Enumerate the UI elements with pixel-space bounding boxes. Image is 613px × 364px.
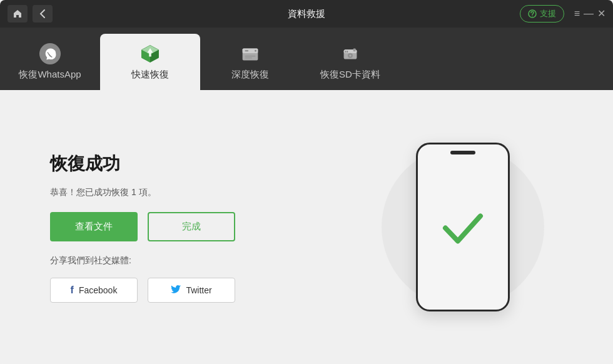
svg-point-11 xyxy=(255,49,256,51)
menu-icon[interactable]: ≡ xyxy=(574,9,580,19)
facebook-icon: f xyxy=(71,285,74,296)
action-buttons: 查看文件 完成 xyxy=(50,212,363,241)
view-files-button[interactable]: 查看文件 xyxy=(50,212,138,241)
twitter-label: Twitter xyxy=(186,285,211,295)
svg-rect-10 xyxy=(245,50,248,51)
whatsapp-tab-label: 恢復WhatsApp xyxy=(19,69,81,81)
tab-whatsapp[interactable]: 恢復WhatsApp xyxy=(0,34,100,90)
facebook-label: Facebook xyxy=(79,285,117,295)
support-button[interactable]: 支援 xyxy=(520,5,564,23)
tab-sdcard[interactable]: 恢復SD卡資料 xyxy=(300,34,400,90)
success-description: 恭喜！您已成功恢復 1 項。 xyxy=(50,187,363,198)
home-button[interactable] xyxy=(8,5,28,23)
svg-rect-12 xyxy=(245,55,255,56)
quick-recovery-tab-icon xyxy=(139,43,161,65)
success-title: 恢復成功 xyxy=(50,152,363,176)
titlebar: 資料救援 支援 ≡ — ✕ xyxy=(0,0,613,28)
phone-mockup xyxy=(416,143,510,311)
svg-rect-19 xyxy=(345,51,346,53)
right-panel xyxy=(363,143,563,311)
phone-success-indicator xyxy=(438,202,488,252)
quick-recovery-tab-label: 快速恢復 xyxy=(131,69,169,81)
deep-recovery-tab-label: 深度恢復 xyxy=(231,69,269,81)
phone-notch xyxy=(450,151,475,154)
back-button[interactable] xyxy=(33,5,53,23)
svg-point-1 xyxy=(532,16,532,16)
svg-rect-13 xyxy=(245,57,251,58)
facebook-button[interactable]: f Facebook xyxy=(50,278,138,303)
twitter-button[interactable]: Twitter xyxy=(148,278,235,303)
twitter-icon xyxy=(171,285,181,295)
deep-recovery-tab-icon xyxy=(239,43,261,65)
tab-deep-recovery[interactable]: 深度恢復 xyxy=(200,34,300,90)
svg-point-17 xyxy=(349,54,352,56)
svg-rect-18 xyxy=(353,48,356,51)
nav-tabs: 恢復WhatsApp 快速恢復 xyxy=(0,28,613,90)
window-controls: ≡ — ✕ xyxy=(574,9,605,19)
close-icon[interactable]: ✕ xyxy=(597,9,605,19)
app-title: 資料救援 xyxy=(288,8,325,20)
share-label: 分享我們到社交媒體: xyxy=(50,255,363,266)
support-label: 支援 xyxy=(540,8,556,19)
done-button[interactable]: 完成 xyxy=(148,212,235,241)
titlebar-left-controls xyxy=(8,5,53,23)
left-panel: 恢復成功 恭喜！您已成功恢復 1 項。 查看文件 完成 分享我們到社交媒體: f… xyxy=(50,152,363,303)
whatsapp-tab-icon xyxy=(39,43,61,65)
minimize-icon[interactable]: — xyxy=(584,9,594,19)
sdcard-tab-icon xyxy=(339,43,362,65)
main-content: 恢復成功 恭喜！您已成功恢復 1 項。 查看文件 完成 分享我們到社交媒體: f… xyxy=(0,90,613,364)
checkmark-svg xyxy=(438,202,488,252)
social-buttons: f Facebook Twitter xyxy=(50,278,363,303)
titlebar-right-controls: 支援 ≡ — ✕ xyxy=(520,5,605,23)
tab-quick-recovery[interactable]: 快速恢復 xyxy=(100,34,200,90)
sdcard-tab-label: 恢復SD卡資料 xyxy=(320,69,380,81)
svg-rect-20 xyxy=(347,51,348,53)
